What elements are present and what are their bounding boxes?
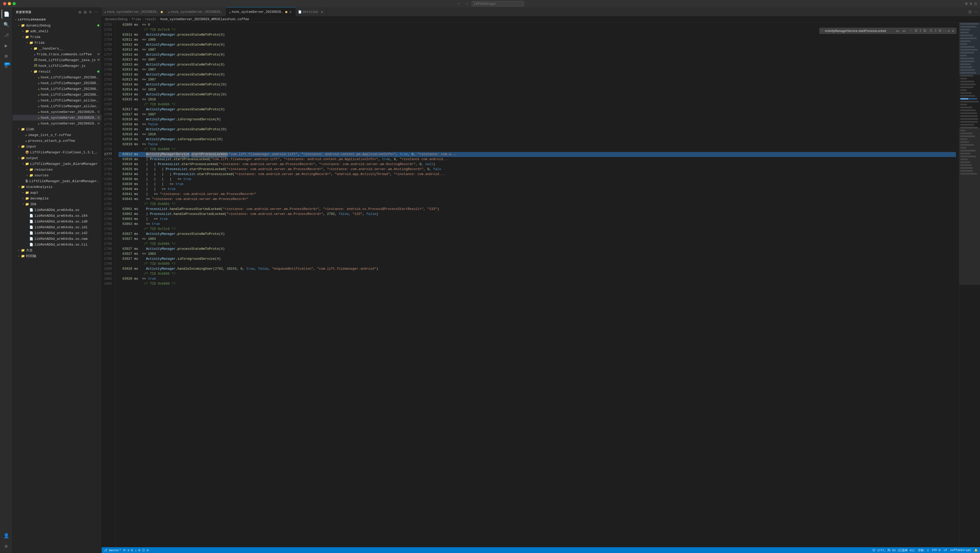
sidebar-item-frida-inner[interactable]: ▾ 📁 frida [13,40,102,46]
sync-status[interactable]: ⟳ [123,548,126,552]
refresh-button[interactable]: ↻ [88,10,92,15]
activity-item-remote[interactable]: ⊙ 1K+ [2,62,11,71]
sidebar-item-input[interactable]: ▾ 📁 input [13,144,102,149]
layout-button[interactable]: ⊞ [965,2,968,5]
activity-item-accounts[interactable]: 👤 [2,531,11,540]
activity-item-settings[interactable]: ⚙ [2,542,11,551]
tab-close-button[interactable]: ✕ [320,10,324,14]
sidebar-item-output[interactable]: ▾ 📁 output [13,155,102,161]
indentation-status[interactable]: 空格: 2 [918,548,929,552]
use-regex-button[interactable]: .* [908,29,913,33]
language-mode-status[interactable]: CoffeeScript [950,548,971,552]
title-search-input[interactable] [472,1,524,6]
sidebar-item-lldb[interactable]: ▾ 📁 lldb [13,126,102,132]
errors-status[interactable]: ⊘ 0 [128,548,133,552]
match-whole-word-button[interactable]: ab. [901,29,908,33]
code-line-1782: 63838 ms | | | | <= true [118,177,956,182]
breadcrumb-frida[interactable]: frida [132,17,141,21]
sidebar-item-hook-lf-killprocess[interactable]: ☕ hook_LiftFileManager_20230807_killProc… [13,80,102,86]
sidebar-item-hook-lf-allJava-for[interactable]: ☕ hook_LiftFileManager_allJavaClassStrLi… [13,97,102,103]
activity-item-explorer[interactable]: 📄 [2,10,11,19]
sidebar-item-hook-lf-morethread[interactable]: ☕ hook_LiftFileManager_20230807_moreCrea… [13,86,102,92]
git-branch-status[interactable]: ⎇ master* [104,548,121,552]
sidebar-item-handlers[interactable]: ▸ 📁 __handlers__ [13,46,102,51]
sidebar-item-libReh-id2[interactable]: 📄 libRehADGd_arm64v8a.so.id2 [13,230,102,236]
search-input[interactable] [825,29,893,33]
sidebar-item-sources[interactable]: ▸ 📁 sources [13,172,102,178]
back-button[interactable]: ← [456,1,462,6]
tab-close-button[interactable]: ✕ [288,10,293,14]
split-editor-button[interactable]: ⊡ [968,9,972,14]
sidebar-item-libReh-so[interactable]: 📄 libRehADGd_arm64v8a.so [13,207,102,213]
sidebar-item-frida-trace-commands[interactable]: ☕ frida_trace_commands.coffee U [13,51,102,57]
sidebar-item-dynamicDebug[interactable]: ▾ 📁 dynamicDebug [13,22,102,28]
editor[interactable]: 1751 1752 1753 1754 1755 1756 1757 1758 … [102,22,980,547]
breadcrumb-result[interactable]: result [145,17,156,21]
sidebar-item-stackanalysis[interactable]: ▾ 📁 stackAnalysis [13,184,102,190]
sidebar-item-hook-ss-ams3[interactable]: ☕ hook_systemServer_20230829_AMS3ClassFu… [13,115,102,121]
search-select-all-button[interactable]: ≡ [948,29,950,33]
activity-item-extensions[interactable]: ⊞ [2,51,11,61]
sidebar-item-process-attach[interactable]: ☕ process_attach_p.coffee [13,138,102,144]
sidebar-item-hook-lf-2[interactable]: ☕ hook_LiftFileManager_20230807_2.coffee [13,75,102,80]
sidebar-item-hook-lf-java[interactable]: JS hook_LiftFileManager_java.js M [13,57,102,63]
sidebar-item-hook-lf-js[interactable]: JS hook_LiftFileManager.js [13,63,102,69]
minimap[interactable] [959,22,980,547]
sidebar-item-resources[interactable]: ▸ 📁 resources [13,167,102,172]
sidebar-item-liftfilemanager-root[interactable]: ▾ LIFTFILEMANAGER [13,17,102,22]
cursor-position-status[interactable]: 行 1777, 列 53 (已选择 41) [872,548,915,552]
sidebar-item-libReh-nam[interactable]: 📄 libRehADGd_arm64v8a.so.nam [13,236,102,242]
info-status[interactable]: ⓘ 0 [142,548,148,552]
sidebar-item-decompile[interactable]: ▸ 📁 decompile [13,195,102,201]
sidebar-item-daquan[interactable]: ▸ 📁 大全 [13,248,102,253]
breadcrumb-current-file[interactable]: hook_systemServer_20230829_AMS3ClassFunc… [160,17,249,21]
sidebar-item-adb_shell[interactable]: ▸ 📁 adb_shell [13,28,102,34]
tab-untitled[interactable]: 📄 Untitled ✕ [296,7,327,16]
sidebar-item-apk-file[interactable]: 📦 LiftFileManager-FileClean_1.3.1_Apkpur… [13,149,102,155]
sidebar-item-image-list[interactable]: ☕ image_list_o_f.coffee [13,132,102,138]
activity-item-run[interactable]: ▶ [2,41,11,50]
tab-hook-ss-coffee[interactable]: ☕ hook_systemServer_20230829.coffee [102,7,166,16]
match-case-button[interactable]: Aa [894,29,900,33]
sidebar-item-jadx-zip[interactable]: 🗜 LiftFileManager_jadx_AlarmManager.zip [13,178,102,184]
sidebar-item-libReh-i64[interactable]: 📄 libRehADGd_arm64v8a.so.i64 [13,213,102,219]
encoding-status[interactable]: UTF-8 [932,548,941,552]
tab-hook-ss-ams3[interactable]: ☕ hook_systemServer_20230829_AMS3ClassFu… [226,7,296,16]
search-prev-button[interactable]: ↑ [943,29,945,33]
breadcrumb-dynamicDebug[interactable]: dynamicDebug [105,17,127,21]
sidebar-item-libReh-id1[interactable]: 📄 libRehADGd_arm64v8a.so.id1 [13,224,102,230]
sidebar-item-hook-ss-20230829[interactable]: ☕ hook_systemServer_20230829.coffee U [13,121,102,126]
source-control-icon: ⎇ [4,32,9,38]
line-number: 1799 [104,262,112,267]
search-next-button[interactable]: ↓ [945,29,947,33]
new-file-button[interactable]: ⊕ [78,10,82,15]
forward-button[interactable]: → [464,1,469,6]
sidebar-item-libReh-til[interactable]: 📄 libRehADGd_arm64v8a.so.til [13,242,102,248]
close-button[interactable] [3,2,6,5]
sidebar-item-ida[interactable]: ▾ 📁 IDA [13,201,102,207]
sidebar-item-hook-lf-20230807[interactable]: ☕ hook_LiftFileManager_20230808_keepAliv… [13,92,102,97]
minimize-button[interactable] [8,2,11,5]
activity-item-source-control[interactable]: ⎇ [2,30,11,40]
fullscreen-button[interactable]: ⊡ [974,2,977,5]
line-ending-status[interactable]: LF [944,548,947,552]
new-folder-button[interactable]: ⊞ [83,10,87,15]
more-actions-button[interactable]: ⋯ [973,9,978,14]
maximize-button[interactable] [13,2,16,5]
sidebar-item-frida-outer[interactable]: ▾ 📁 frida [13,34,102,40]
sidebar-item-jadx-alarm[interactable]: ▾ 📁 LiftFileManager_jadx_AlarmManager [13,161,102,167]
collapse-all-button[interactable]: ⋯ [94,10,98,15]
sidebar-item-aapt[interactable]: ▸ 📁 aapt [13,190,102,195]
sidebar-item-shijianzhou[interactable]: ▸ 📁 时间轴 [13,253,102,259]
sidebar-item-libReh-id0[interactable]: 📄 libRehADGd_arm64v8a.so.id0 [13,219,102,224]
warnings-status[interactable]: ⚠ 0 [135,548,140,552]
sidebar-item-hook-lf-allJava-cof[interactable]: ☕ hook_LiftFileManager_allJavaClassStrLi… [13,103,102,109]
activity-item-search[interactable]: 🔍 [2,20,11,29]
split-button[interactable]: ⧉ [970,2,972,5]
sidebar-item-hook-ss-activitymanager[interactable]: ☕ hook_systemServer_20230829_ActivityMan… [13,109,102,115]
code-line-1776: /* TID 0x6880 */ [118,147,956,152]
notification-bell[interactable]: 🔔 [974,548,978,552]
search-close-button[interactable]: ✕ [951,29,955,33]
sidebar-item-result[interactable]: ▾ 📁 result [13,69,102,75]
tab-hook-ss-activitymanager[interactable]: ☕ hook_systemServer_20230829_ActivityMan… [166,7,226,16]
